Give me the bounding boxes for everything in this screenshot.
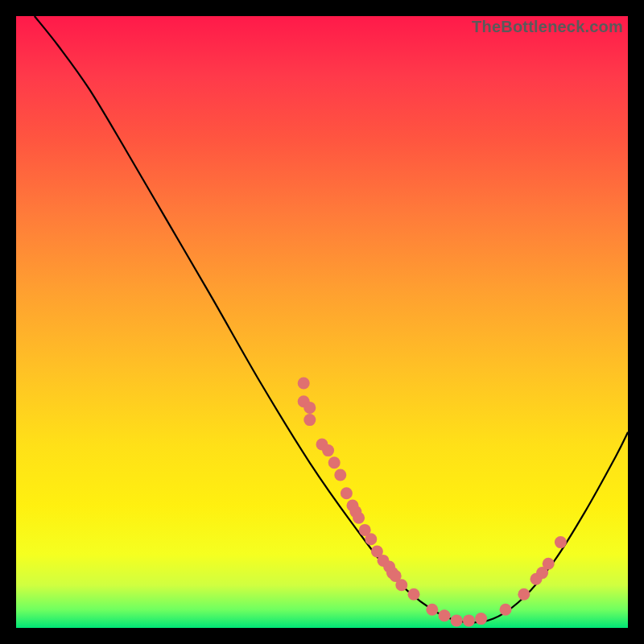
data-point — [518, 588, 530, 601]
bottleneck-curve — [35, 16, 628, 622]
chart-svg — [16, 16, 628, 628]
data-point — [500, 604, 512, 616]
data-point — [463, 614, 475, 626]
data-point — [543, 558, 555, 570]
data-point — [303, 414, 316, 426]
plot-area: TheBottleneck.com — [16, 16, 628, 628]
data-point — [353, 512, 365, 524]
data-point — [328, 456, 341, 469]
data-point — [451, 614, 463, 626]
data-point — [322, 444, 334, 456]
data-point — [334, 469, 346, 481]
data-point — [341, 487, 353, 499]
data-point — [475, 613, 487, 625]
scatter-dots — [298, 378, 567, 627]
data-point — [555, 536, 567, 548]
data-point — [298, 378, 310, 390]
data-point — [439, 609, 451, 621]
data-point — [303, 402, 316, 414]
data-point — [408, 588, 420, 601]
chart-container: TheBottleneck.com — [0, 0, 644, 644]
data-point — [395, 579, 407, 591]
data-point — [365, 533, 377, 545]
data-point — [426, 604, 438, 616]
